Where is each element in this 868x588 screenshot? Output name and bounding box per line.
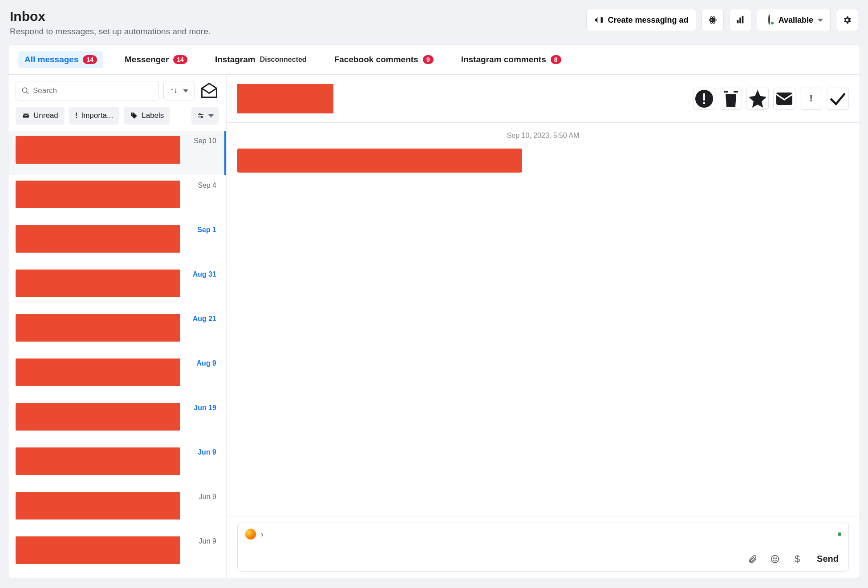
svg-point-10 <box>132 113 133 114</box>
conversation-date: Jun 9 <box>198 448 216 456</box>
svg-rect-17 <box>703 102 705 104</box>
tab-facebook-comments[interactable]: Facebook comments 9 <box>328 51 440 68</box>
conversation-date: Sep 10 <box>194 137 216 145</box>
connection-status-icon <box>838 532 841 536</box>
create-messaging-ad-button[interactable]: Create messaging ad <box>586 9 696 31</box>
automations-button[interactable] <box>702 9 724 31</box>
alert-circle-icon <box>694 88 715 109</box>
conversation-date: Sep 1 <box>197 226 216 234</box>
analytics-button[interactable] <box>729 9 751 31</box>
conversation-item[interactable]: Aug 21 <box>8 309 226 353</box>
conversation-item[interactable]: Sep 4 <box>8 175 226 220</box>
message-header: ! <box>227 75 860 123</box>
mail-closed-icon <box>774 88 795 109</box>
conversation-date: Jun 9 <box>199 493 216 501</box>
mail-icon <box>22 112 30 120</box>
conversation-preview-redacted <box>16 358 180 386</box>
conversation-date: Jun 9 <box>199 537 216 545</box>
conversation-item[interactable]: Aug 9 <box>8 353 226 398</box>
conversation-date: Aug 21 <box>193 315 216 323</box>
report-button[interactable] <box>693 88 715 110</box>
settings-button[interactable] <box>836 9 858 31</box>
chevron-down-icon <box>208 114 214 117</box>
svg-rect-4 <box>737 20 738 23</box>
open-conversations-button[interactable] <box>199 81 219 101</box>
emoji-button[interactable] <box>770 554 780 564</box>
svg-point-13 <box>199 114 200 115</box>
flag-button[interactable]: ! <box>800 88 822 110</box>
page-subtitle: Respond to messages, set up automations … <box>10 27 211 36</box>
conversation-preview-redacted <box>16 492 180 520</box>
svg-point-19 <box>771 555 779 563</box>
conversation-item[interactable]: Sep 10 <box>8 131 226 175</box>
conversation-preview-redacted <box>16 536 180 564</box>
search-input-wrapper[interactable] <box>16 81 159 101</box>
delete-button[interactable] <box>720 88 742 110</box>
star-icon <box>747 88 768 109</box>
payment-button[interactable]: $ <box>792 554 803 564</box>
important-icon: ! <box>75 111 78 120</box>
message-content-redacted <box>237 149 522 173</box>
tab-instagram-comments[interactable]: Instagram comments 8 <box>455 51 568 68</box>
message-view-panel: ! Sep 10, 2023, 5:50 AM <box>227 75 860 578</box>
page-header: Inbox Respond to messages, set up automa… <box>8 5 860 44</box>
conversation-item[interactable]: Jun 9 <box>8 442 226 487</box>
conversation-preview-redacted <box>16 181 180 208</box>
chevron-right-icon: › <box>261 530 264 539</box>
composer-input-area[interactable]: › $ Send <box>237 523 849 572</box>
availability-dropdown[interactable]: Available <box>757 9 831 31</box>
svg-point-0 <box>712 19 714 21</box>
conversation-item[interactable]: Aug 31 <box>8 264 226 309</box>
exclamation-icon: ! <box>810 93 813 104</box>
mark-done-button[interactable] <box>827 88 849 110</box>
conversation-name-redacted <box>237 84 333 113</box>
megaphone-icon <box>594 15 604 25</box>
check-icon <box>827 88 848 109</box>
attach-button[interactable] <box>747 554 758 564</box>
svg-line-8 <box>26 92 28 94</box>
page-avatar-icon <box>245 528 256 540</box>
bar-chart-icon <box>735 15 745 25</box>
conversation-date: Sep 4 <box>198 181 216 189</box>
channel-tabs: All messages 14 Messenger 14 Instagram D… <box>8 45 860 75</box>
conversation-item[interactable]: Jun 9 <box>8 487 226 531</box>
filter-options-dropdown[interactable] <box>191 107 219 125</box>
conversation-preview-redacted <box>16 136 180 164</box>
svg-point-14 <box>201 117 203 118</box>
filter-unread[interactable]: Unread <box>16 107 65 125</box>
tab-instagram[interactable]: Instagram Disconnected <box>209 51 313 68</box>
svg-point-20 <box>773 558 774 559</box>
trash-icon <box>720 88 742 109</box>
atom-icon <box>708 15 718 25</box>
inbox-panel: All messages 14 Messenger 14 Instagram D… <box>8 44 860 578</box>
svg-rect-5 <box>739 18 741 24</box>
chevron-down-icon <box>183 89 188 93</box>
conversation-date: Jun 19 <box>194 404 216 412</box>
conversation-item[interactable]: Jun 19 <box>8 398 226 442</box>
sort-dropdown[interactable]: ↑↓ <box>163 81 195 101</box>
svg-rect-9 <box>23 114 29 118</box>
search-input[interactable] <box>33 86 153 95</box>
tab-all-messages[interactable]: All messages 14 <box>18 51 103 68</box>
svg-rect-6 <box>742 16 743 24</box>
conversation-item[interactable]: Sep 1 <box>8 220 226 264</box>
conversation-preview-redacted <box>16 447 180 475</box>
filter-important[interactable]: ! Importa... <box>69 107 119 125</box>
mark-unread-button[interactable] <box>773 88 795 110</box>
conversation-item[interactable]: Jun 9 <box>8 531 226 576</box>
conversation-preview-redacted <box>16 403 180 431</box>
svg-point-7 <box>22 88 27 93</box>
filter-labels[interactable]: Labels <box>124 107 170 125</box>
message-body: Sep 10, 2023, 5:50 AM <box>227 123 860 516</box>
availability-status-icon <box>764 15 774 25</box>
star-button[interactable] <box>746 88 769 110</box>
sliders-icon <box>197 112 205 120</box>
send-button[interactable]: Send <box>814 552 841 566</box>
chevron-down-icon <box>818 19 823 22</box>
conversation-list[interactable]: Sep 10Sep 4Sep 1Aug 31Aug 21Aug 9Jun 19J… <box>8 131 226 578</box>
tab-messenger[interactable]: Messenger 14 <box>118 51 194 68</box>
search-icon <box>21 87 29 95</box>
tag-icon <box>130 112 138 120</box>
conversation-date: Aug 31 <box>193 270 216 278</box>
message-composer: › $ Send <box>227 516 860 578</box>
